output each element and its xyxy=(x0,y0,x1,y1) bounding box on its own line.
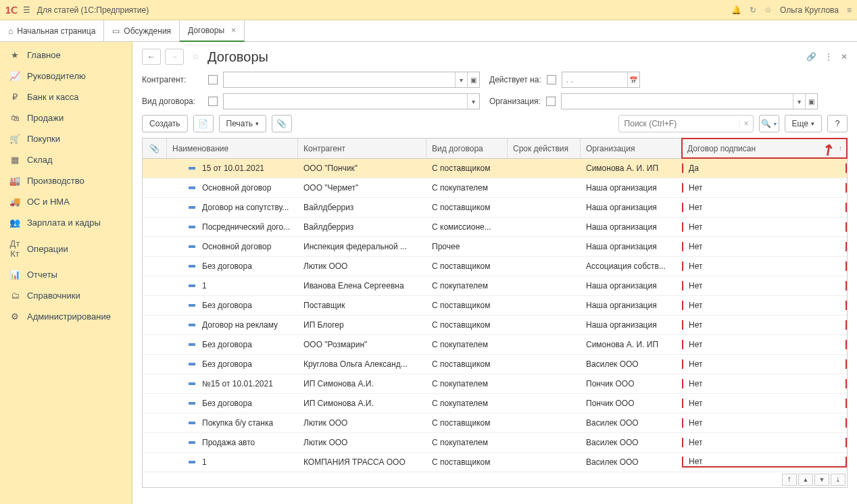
kebab-icon[interactable]: ⋮ xyxy=(825,52,833,61)
column-attach[interactable]: 📎 xyxy=(143,138,167,158)
table-row[interactable]: Покупка б/у станкаЛютик ОООС поставщиком… xyxy=(143,413,847,433)
column-signed[interactable]: Договор подписан ↑ ↗ xyxy=(682,138,847,158)
table-row[interactable]: Без договораЛютик ОООС поставщикомАссоци… xyxy=(143,257,847,276)
attach-button[interactable]: 📎 xyxy=(272,115,292,132)
table-row[interactable]: 1КОМПАНИЯ ТРАССА ОООС поставщикомВасилек… xyxy=(143,453,847,472)
scroll-top-button[interactable]: ⤒ xyxy=(782,474,797,486)
sidebar-item-ос-и-нма[interactable]: 🚚ОС и НМА xyxy=(0,191,132,212)
cell-type: С поставщиком xyxy=(426,261,508,271)
scroll-bottom-button[interactable]: ⤓ xyxy=(831,474,846,486)
menu-icon[interactable]: ≡ xyxy=(847,5,852,15)
tab-обсуждения[interactable]: ▭Обсуждения xyxy=(104,20,180,42)
hamburger-icon[interactable]: ☰ xyxy=(23,5,30,15)
tab-начальная-страница[interactable]: ⌂Начальная страница xyxy=(0,20,104,42)
history-icon[interactable]: ↻ xyxy=(750,5,756,15)
paperclip-icon: 📎 xyxy=(149,144,160,153)
table-row[interactable]: Договор на сопутству...ВайлдберризС пост… xyxy=(143,198,847,218)
favorite-icon[interactable]: ☆ xyxy=(192,52,199,61)
cell-signed: Нет xyxy=(682,418,847,428)
sidebar: ★Главное📈Руководителю₽Банк и касса🛍Прода… xyxy=(0,42,132,504)
table-row[interactable]: Основной договорИнспекция федеральной ..… xyxy=(143,237,847,257)
cell-org: Симонова А. И. ИП xyxy=(581,163,682,173)
sidebar-item-операции[interactable]: Дт КтОперации xyxy=(0,233,132,264)
user-name[interactable]: Ольга Круглова xyxy=(780,5,839,15)
table-row[interactable]: Продажа автоЛютик ОООС покупателемВасиле… xyxy=(143,433,847,453)
contragent-filter-input[interactable]: ▾▣ xyxy=(223,72,480,88)
sidebar-item-зарплата-и-кадры[interactable]: 👥Зарплата и кадры xyxy=(0,212,132,233)
star-icon[interactable]: ☆ xyxy=(764,5,772,15)
table-row[interactable]: Договор на рекламуИП БлогерС поставщиком… xyxy=(143,316,847,335)
cell-org: Наша организация xyxy=(581,281,682,291)
dropdown-icon[interactable]: ▾ xyxy=(793,94,805,109)
search-button[interactable]: 🔍▾ xyxy=(759,115,779,132)
open-icon[interactable]: ▣ xyxy=(467,72,479,87)
dropdown-icon[interactable]: ▾ xyxy=(467,94,479,109)
bell-icon[interactable]: 🔔 xyxy=(731,5,741,15)
organization-filter-checkbox[interactable] xyxy=(546,97,556,106)
table-row[interactable]: 15 от 10.01.2021ООО "Пончик"С поставщико… xyxy=(143,159,847,178)
table-row[interactable]: №15 от 10.01.2021ИП Симонова А.И.С покуп… xyxy=(143,374,847,394)
scroll-up-button[interactable]: ▲ xyxy=(798,474,813,486)
column-period[interactable]: Срок действия xyxy=(508,138,581,158)
more-button[interactable]: Еще▾ xyxy=(785,115,822,132)
link-icon[interactable]: 🔗 xyxy=(806,52,816,61)
table-row[interactable]: Посреднический дого...ВайлдберризС комис… xyxy=(143,218,847,237)
open-icon[interactable]: ▣ xyxy=(805,94,817,109)
cell-signed: Нет xyxy=(682,222,847,232)
create-button[interactable]: Создать xyxy=(142,115,188,132)
sidebar-item-справочники[interactable]: 🗂Справочники xyxy=(0,285,132,306)
cell-name: 15 от 10.01.2021 xyxy=(167,163,298,173)
sidebar-item-администрирование[interactable]: ⚙Администрирование xyxy=(0,306,132,327)
cell-org: Пончик ООО xyxy=(581,399,682,408)
cell-contragent: ООО "Розмарин" xyxy=(298,340,426,349)
organization-filter-input[interactable]: ▾▣ xyxy=(561,93,818,109)
contract-type-filter-checkbox[interactable] xyxy=(208,97,218,106)
sidebar-item-банк-и-касса[interactable]: ₽Банк и касса xyxy=(0,86,132,107)
cell-type: С комиссионе... xyxy=(426,222,508,232)
copy-button[interactable]: 📄 xyxy=(193,115,214,132)
clear-search-icon[interactable]: × xyxy=(739,119,753,128)
valid-on-date-input[interactable]: . .📅 xyxy=(562,72,640,88)
sidebar-item-покупки[interactable]: 🛒Покупки xyxy=(0,128,132,149)
calendar-icon[interactable]: 📅 xyxy=(627,72,639,87)
sidebar-item-отчеты[interactable]: 📊Отчеты xyxy=(0,264,132,285)
sidebar-item-главное[interactable]: ★Главное xyxy=(0,45,132,66)
column-contragent[interactable]: Контрагент xyxy=(298,138,426,158)
column-organization[interactable]: Организация xyxy=(581,138,682,158)
close-icon[interactable]: ✕ xyxy=(841,52,848,61)
valid-on-filter-checkbox[interactable] xyxy=(547,75,556,84)
dropdown-icon[interactable]: ▾ xyxy=(455,72,467,87)
sidebar-icon: ▦ xyxy=(9,155,20,165)
sidebar-item-продажи[interactable]: 🛍Продажи xyxy=(0,107,132,128)
table-row[interactable]: Без договораКруглова Ольга Александ...С … xyxy=(143,355,847,374)
nav-forward-button[interactable]: → xyxy=(165,49,184,65)
sidebar-item-склад[interactable]: ▦Склад xyxy=(0,149,132,170)
valid-on-filter-label: Действует на: xyxy=(489,75,541,84)
cell-name: №15 от 10.01.2021 xyxy=(167,379,298,388)
table-row[interactable]: Без договораООО "Розмарин"С покупателемС… xyxy=(143,335,847,355)
sidebar-item-label: Главное xyxy=(27,50,61,60)
cell-signed: Нет xyxy=(682,457,847,468)
sidebar-item-производство[interactable]: 🏭Производство xyxy=(0,170,132,191)
sidebar-item-руководителю[interactable]: 📈Руководителю xyxy=(0,66,132,86)
sidebar-item-label: Зарплата и кадры xyxy=(27,218,101,228)
nav-back-button[interactable]: ← xyxy=(142,49,161,65)
cell-signed: Нет xyxy=(682,261,847,271)
cell-org: Наша организация xyxy=(581,222,682,232)
table-row[interactable]: Без договораПоставщикС поставщикомНаша о… xyxy=(143,296,847,316)
search-input[interactable]: × xyxy=(618,115,754,132)
contragent-filter-checkbox[interactable] xyxy=(208,75,218,84)
column-name[interactable]: Наименование xyxy=(167,138,298,158)
contract-type-filter-input[interactable]: ▾ xyxy=(223,93,480,109)
scroll-down-button[interactable]: ▼ xyxy=(814,474,829,486)
help-button[interactable]: ? xyxy=(827,115,848,132)
table-row[interactable]: Основной договорООО "Чермет"С покупателе… xyxy=(143,178,847,198)
tab-договоры[interactable]: Договоры× xyxy=(180,20,245,42)
table-row[interactable]: 1Иванова Елена СергеевнаС покупателемНаш… xyxy=(143,276,847,296)
column-type[interactable]: Вид договора xyxy=(426,138,508,158)
close-tab-icon[interactable]: × xyxy=(231,26,236,35)
cell-type: С покупателем xyxy=(426,340,508,349)
table-row[interactable]: Без договораИП Симонова А.И.С покупателе… xyxy=(143,394,847,413)
cell-type: С поставщиком xyxy=(426,320,508,330)
print-button[interactable]: Печать▾ xyxy=(219,115,266,132)
